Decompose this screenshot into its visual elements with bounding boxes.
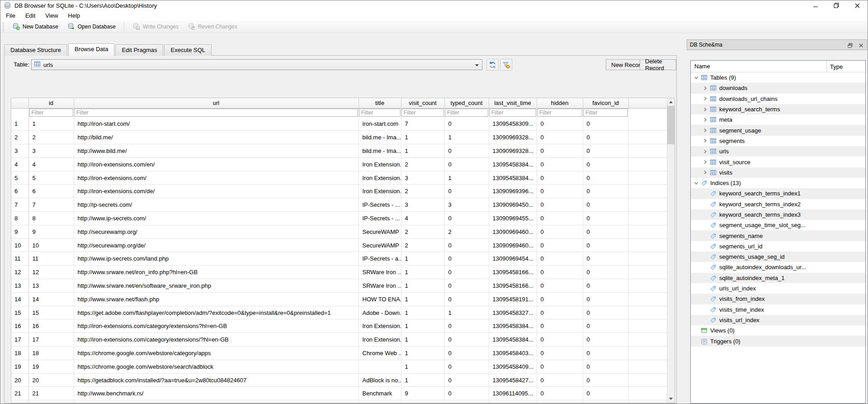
schema-tree-item[interactable]: downloads_url_chains [691, 94, 865, 104]
cell[interactable]: 0 [444, 292, 489, 306]
cell[interactable]: 0 [583, 292, 628, 306]
row-number[interactable]: 15 [11, 306, 28, 319]
cell[interactable]: iron-start.com [359, 117, 401, 131]
cell[interactable]: 0 [444, 185, 489, 198]
cell[interactable]: 1 [401, 131, 444, 144]
cell[interactable]: Benchmark [359, 387, 401, 400]
cell[interactable]: 13090969328... [489, 144, 537, 158]
chevron-collapsed-icon[interactable] [703, 107, 710, 112]
cell[interactable]: 1 [401, 373, 444, 387]
filter-input[interactable] [74, 109, 358, 117]
cell[interactable]: 0 [444, 266, 489, 279]
cell[interactable]: 13095458384... [489, 319, 537, 333]
row-number[interactable]: 22 [11, 400, 28, 403]
cell[interactable]: 0 [537, 185, 583, 198]
schema-tree-item[interactable]: urls_url_index [691, 283, 865, 294]
schema-tree-item[interactable]: visits [691, 167, 865, 178]
cell[interactable]: 0 [537, 387, 583, 400]
cell[interactable]: bild.me - Ima... [359, 131, 401, 144]
cell[interactable]: https://chrome.google.com/webstore/searc… [74, 360, 359, 373]
cell[interactable]: 13095458309... [489, 117, 537, 131]
cell[interactable]: https://getadblock.com/installed/?aa=tru… [74, 373, 359, 387]
cell[interactable]: 1 [444, 171, 489, 185]
menu-file[interactable]: File [1, 11, 20, 20]
cell[interactable]: 0 [537, 198, 583, 212]
cell[interactable]: 3 [444, 198, 489, 212]
schema-tree-item[interactable]: segments_usage_seg_id [691, 252, 865, 262]
cell[interactable]: Iron Extension... [359, 157, 401, 171]
cell[interactable]: 0 [444, 279, 489, 293]
cell[interactable]: 2 [401, 157, 444, 171]
cell[interactable]: 13095458327... [489, 306, 537, 319]
row-number[interactable]: 7 [11, 198, 28, 212]
cell[interactable]: SRWare Iron ... [359, 279, 401, 293]
cell[interactable]: 13096114625... [489, 400, 537, 403]
cell[interactable]: 0 [537, 252, 583, 266]
cell[interactable]: http://iron-extensions.com/de/ [74, 185, 359, 198]
cell[interactable]: 0 [537, 319, 583, 333]
cell[interactable]: 0 [444, 333, 489, 347]
schema-tree-item[interactable]: keyword_search_terms_index3 [691, 209, 865, 220]
cell[interactable]: http://www.srware.net/flash.php [74, 292, 359, 306]
cell[interactable]: Chrome Web ... [359, 347, 401, 360]
cell[interactable]: http://www.srware.net/en/software_srware… [74, 279, 359, 293]
cell[interactable]: 13096114095... [489, 387, 537, 400]
cell[interactable]: 0 [537, 360, 583, 373]
cell[interactable]: 0 [583, 319, 628, 333]
cell[interactable]: 1 [401, 319, 444, 333]
cell[interactable]: 0 [583, 373, 628, 387]
cell[interactable]: 10 [28, 238, 74, 252]
cell[interactable]: 13090969396... [489, 185, 537, 198]
cell[interactable]: 0 [583, 157, 628, 171]
cell[interactable]: 0 [583, 266, 628, 279]
filter-input[interactable] [401, 109, 444, 117]
cell[interactable]: 0 [583, 252, 628, 266]
cell[interactable]: 2 [444, 225, 489, 238]
cell[interactable]: AdBlock is no... [359, 373, 401, 387]
cell[interactable]: SRWare Iron ... [359, 266, 401, 279]
schema-tree-item[interactable]: segments_url_id [691, 241, 865, 252]
cell[interactable]: 0 [537, 157, 583, 171]
column-header[interactable]: visit_count [401, 98, 444, 108]
filter-input[interactable] [489, 109, 536, 117]
cell[interactable]: 0 [537, 279, 583, 293]
cell[interactable]: 13090969450... [489, 198, 537, 212]
cell[interactable]: 1 [444, 306, 489, 319]
cell[interactable]: 14 [28, 292, 74, 306]
cell[interactable]: 3 [401, 198, 444, 212]
cell[interactable]: 1 [28, 117, 74, 131]
dock-float-button[interactable] [846, 41, 854, 49]
schema-tree-item[interactable]: meta [691, 114, 865, 125]
table-selector[interactable]: urls [31, 59, 482, 70]
cell[interactable]: http://securewamp.org/de/ [74, 238, 359, 252]
refresh-button[interactable] [486, 59, 499, 71]
row-number[interactable]: 4 [11, 157, 28, 171]
cell[interactable]: 13095458384... [489, 157, 537, 171]
cell[interactable]: SecureWAMP ... [359, 238, 401, 252]
schema-tree-item[interactable]: keyword_search_terms [691, 104, 865, 114]
cell[interactable]: 1 [401, 292, 444, 306]
row-number[interactable]: 5 [11, 171, 28, 185]
row-number[interactable]: 16 [11, 319, 28, 333]
close-button[interactable] [847, 0, 868, 10]
cell[interactable]: 0 [537, 131, 583, 144]
tab-browse-data[interactable]: Browse Data [68, 43, 114, 56]
cell[interactable]: bild.me - Ima... [359, 144, 401, 158]
cell[interactable]: 11 [28, 252, 74, 266]
filter-input[interactable] [583, 109, 628, 117]
cell[interactable]: 13090969455... [489, 212, 537, 225]
cell[interactable]: 0 [537, 292, 583, 306]
cell[interactable]: Iron Extension... [359, 319, 401, 333]
cell[interactable]: 16 [28, 319, 74, 333]
cell[interactable]: 9 [401, 400, 444, 403]
cell[interactable]: 9 [401, 387, 444, 400]
schema-tree-item[interactable]: sqlite_autoindex_downloads_ur... [691, 262, 865, 272]
column-header-type[interactable]: Type [826, 61, 843, 72]
cell[interactable]: 22 [28, 400, 74, 403]
cell[interactable]: 0 [444, 387, 489, 400]
column-header[interactable]: title [359, 98, 401, 108]
cell[interactable]: 0 [583, 212, 628, 225]
cell[interactable]: 13090969460... [489, 225, 537, 238]
cell[interactable]: 0 [583, 144, 628, 158]
row-number[interactable]: 17 [11, 333, 28, 347]
